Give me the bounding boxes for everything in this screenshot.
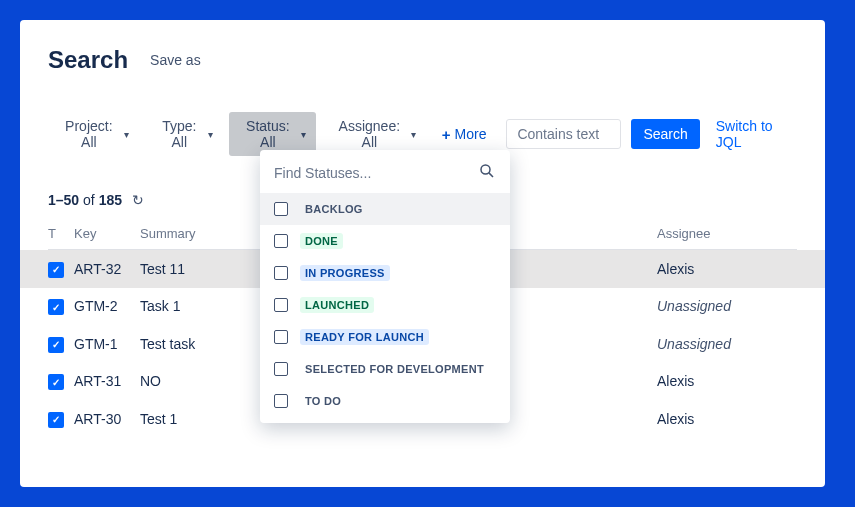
status-lozenge: SELECTED FOR DEVELOPMENT [300,361,489,377]
checkbox-icon[interactable] [274,266,288,280]
issue-key[interactable]: GTM-1 [74,336,140,352]
page-title: Search [48,46,128,74]
count-range: 1–50 [48,192,79,208]
count-total: 185 [99,192,122,208]
issue-type-icon [48,374,64,390]
status-lozenge: TO DO [300,393,346,409]
col-key[interactable]: Key [74,226,140,241]
checkbox-icon[interactable] [274,330,288,344]
checkbox-icon[interactable] [274,202,288,216]
search-button[interactable]: Search [631,119,699,149]
issue-assignee: Alexis [657,373,797,389]
chevron-down-icon: ▾ [301,129,306,140]
status-option[interactable]: TO DO [260,385,510,417]
issue-type-icon [48,299,64,315]
switch-to-jql-link[interactable]: Switch to JQL [716,118,797,150]
issue-key[interactable]: ART-32 [74,261,140,277]
issue-type-icon [48,262,64,278]
checkbox-icon[interactable] [274,362,288,376]
search-icon[interactable] [478,162,496,183]
checkbox-icon[interactable] [274,298,288,312]
issue-assignee: Unassigned [657,336,797,352]
header: Search Save as [48,46,797,74]
issue-type-icon [48,412,64,428]
more-filters-link[interactable]: + More [432,120,497,149]
checkbox-icon[interactable] [274,234,288,248]
col-assignee[interactable]: Assignee [657,226,797,241]
checkbox-icon[interactable] [274,394,288,408]
filter-project-label: Project: All [58,118,120,150]
col-type[interactable]: T [48,226,74,241]
status-option[interactable]: SELECTED FOR DEVELOPMENT [260,353,510,385]
status-option[interactable]: DONE [260,225,510,257]
issue-type-icon [48,337,64,353]
status-option[interactable]: READY FOR LAUNCH [260,321,510,353]
more-label: More [455,126,487,142]
filter-project[interactable]: Project: All ▾ [48,112,139,156]
status-option[interactable]: BACKLOG [260,193,510,225]
save-as-link[interactable]: Save as [150,52,201,68]
chevron-down-icon: ▾ [124,129,129,140]
count-text: 1–50 of 185 [48,192,122,208]
count-of: of [83,192,95,208]
status-lozenge: IN PROGRESS [300,265,390,281]
contains-text-input[interactable] [506,119,621,149]
chevron-down-icon: ▾ [411,129,416,140]
filter-status-label: Status: All [239,118,297,150]
status-lozenge: LAUNCHED [300,297,374,313]
issue-key[interactable]: ART-31 [74,373,140,389]
status-dropdown: BACKLOGDONEIN PROGRESSLAUNCHEDREADY FOR … [260,150,510,423]
status-search-row [260,156,510,193]
status-find-input[interactable] [274,165,478,181]
svg-point-0 [481,165,490,174]
status-option[interactable]: IN PROGRESS [260,257,510,289]
svg-line-1 [489,173,493,177]
issue-key[interactable]: ART-30 [74,411,140,427]
status-option[interactable]: LAUNCHED [260,289,510,321]
issue-assignee: Alexis [657,261,797,277]
status-lozenge: DONE [300,233,343,249]
issue-assignee: Alexis [657,411,797,427]
issue-key[interactable]: GTM-2 [74,298,140,314]
filter-bar: Project: All ▾ Type: All ▾ Status: All ▾… [48,112,797,156]
filter-assignee-label: Assignee: All [332,118,407,150]
plus-icon: + [442,126,451,143]
refresh-icon[interactable]: ↻ [132,192,144,208]
filter-type[interactable]: Type: All ▾ [145,112,223,156]
status-lozenge: BACKLOG [300,201,368,217]
search-panel: Search Save as Project: All ▾ Type: All … [20,20,825,487]
filter-type-label: Type: All [155,118,204,150]
chevron-down-icon: ▾ [208,129,213,140]
status-lozenge: READY FOR LAUNCH [300,329,429,345]
issue-assignee: Unassigned [657,298,797,314]
